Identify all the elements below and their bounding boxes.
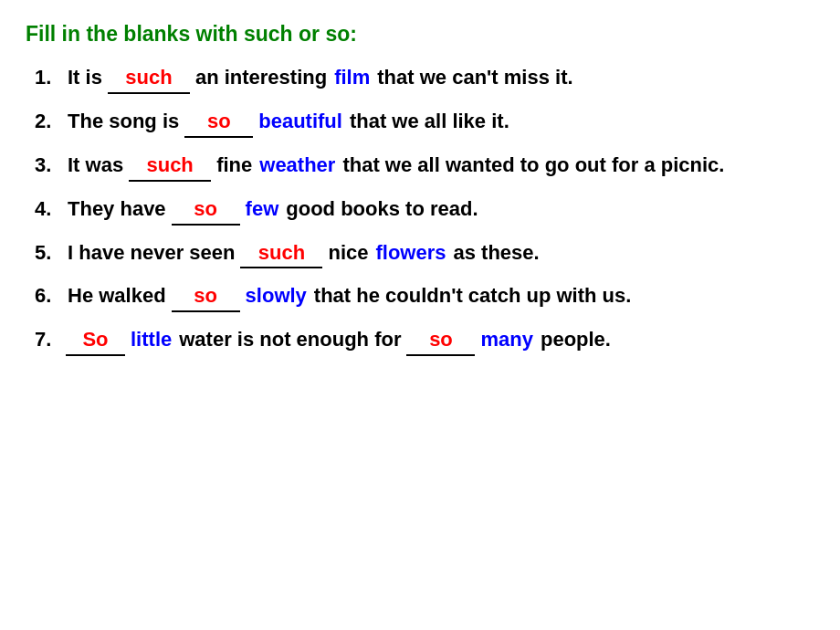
text-segment: that he couldn't catch up with us. [314, 281, 631, 310]
text-segment: fine [216, 151, 252, 180]
highlight-word: weather [259, 151, 335, 180]
text-segment: as these. [454, 238, 540, 268]
exercise-list: It is such an interesting film that we c… [26, 63, 814, 356]
highlight-word: film [334, 63, 370, 92]
answer-7a: So [66, 325, 125, 356]
list-item: He walked so slowly that he couldn't cat… [35, 281, 814, 312]
highlight-word: beautiful [258, 107, 342, 136]
list-item: So little water is not enough for so man… [35, 325, 814, 356]
item-6-content: He walked so slowly that he couldn't cat… [64, 281, 814, 312]
text-segment: that we all wanted to go out for a picni… [342, 151, 724, 180]
answer-4: so [172, 194, 240, 226]
list-item: It was such fine weather that we all wan… [35, 151, 814, 182]
highlight-word: flowers [375, 238, 446, 268]
text-segment: that we can't miss it. [377, 63, 572, 92]
text-segment: I have never seen [68, 238, 235, 268]
list-item: I have never seen such nice flowers as t… [35, 238, 814, 269]
text-segment: people. [541, 325, 611, 354]
item-4-content: They have so few good books to read. [64, 194, 814, 226]
item-1-content: It is such an interesting film that we c… [64, 63, 814, 94]
item-2-content: The song is so beautiful that we all lik… [64, 107, 814, 138]
item-7-content: So little water is not enough for so man… [64, 325, 814, 356]
text-segment: He walked [68, 281, 166, 310]
list-item: They have so few good books to read. [35, 194, 814, 226]
text-segment: good books to read. [286, 194, 478, 224]
highlight-word: little [131, 325, 172, 354]
text-segment: that we all like it. [350, 107, 509, 136]
text-segment: It is [68, 63, 102, 92]
answer-6: so [172, 281, 240, 312]
answer-3: such [129, 151, 211, 182]
item-3-content: It was such fine weather that we all wan… [64, 151, 814, 182]
list-item: The song is so beautiful that we all lik… [35, 107, 814, 138]
text-segment: It was [68, 151, 123, 180]
highlight-word: few [246, 194, 279, 224]
text-segment: nice [328, 238, 368, 268]
answer-2: so [184, 107, 253, 138]
text-segment: an interesting [195, 63, 327, 92]
title: Fill in the blanks with such or so: [26, 22, 814, 47]
answer-7b: so [406, 325, 475, 356]
text-segment: The song is [68, 107, 179, 136]
text-segment: They have [68, 194, 166, 224]
answer-1: such [108, 63, 190, 94]
highlight-word: slowly [246, 281, 307, 310]
answer-5: such [240, 238, 322, 269]
text-segment: water is not enough for [179, 325, 401, 354]
list-item: It is such an interesting film that we c… [35, 63, 814, 94]
highlight-word: many [480, 325, 532, 354]
item-5-content: I have never seen such nice flowers as t… [64, 238, 814, 269]
